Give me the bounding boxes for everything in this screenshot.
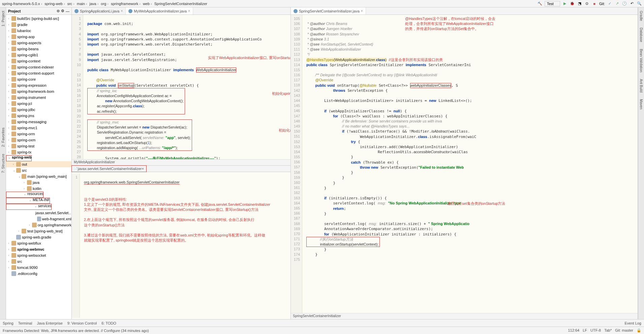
git-branch[interactable]: Git: master xyxy=(615,328,633,333)
tree-node-src[interactable]: ⌄src xyxy=(6,167,71,173)
debug-icon[interactable]: 🐞 xyxy=(570,1,575,6)
strip-ant[interactable]: Ant Build xyxy=(639,79,643,92)
tree-node--editorconfig[interactable]: .editorconfig xyxy=(6,271,71,277)
bc-3[interactable]: main xyxy=(77,2,88,6)
right-code[interactable]: * @author Chris Beams @HandlesTypes这个注解，… xyxy=(302,15,638,313)
run-icon[interactable]: ▶ xyxy=(562,1,568,6)
tree-node-spring-web[interactable]: ⌄spring-web xyxy=(6,155,32,161)
tree-node-spring-oxm[interactable]: ›spring-oxm xyxy=(6,137,71,143)
tree-node-spring-webflux[interactable]: ›spring-webflux xyxy=(6,240,71,246)
tree-node-resources[interactable]: ⌄resources xyxy=(6,192,43,198)
tree-node-kotlin[interactable]: ›kotlin xyxy=(6,186,71,192)
encoding[interactable]: UTF-8 xyxy=(590,328,601,333)
collapse-icon[interactable]: ⊖ xyxy=(57,9,60,13)
tree-node-out[interactable]: ›out xyxy=(6,161,71,167)
lock-icon[interactable]: 🔒 xyxy=(637,328,641,333)
bc-0[interactable]: spring-framework-5.0.x xyxy=(2,2,43,6)
close-icon[interactable]: × xyxy=(121,9,123,13)
tree-node-buildsrc--spring-build-src-[interactable]: ›buildSrc [spring-build-src] xyxy=(6,16,71,22)
tree-node-spring-framework-bom[interactable]: ›spring-framework-bom xyxy=(6,88,71,94)
bc-8[interactable]: SpringServletContainerInitializer xyxy=(154,2,207,6)
event-log[interactable]: Event Log xyxy=(624,321,641,325)
tree-node-spring-orm[interactable]: ›spring-orm xyxy=(6,131,71,137)
tree-node-lubanioc[interactable]: ›lubanIoc xyxy=(6,28,71,34)
tree-node-spring-messaging[interactable]: ›spring-messaging xyxy=(6,119,71,125)
left-crumb[interactable]: MyWebApplicationInitializer xyxy=(72,159,290,165)
tree-node-spring-context-indexer[interactable]: ›spring-context-indexer xyxy=(6,64,71,70)
bc-2[interactable]: src xyxy=(67,2,75,6)
strip-maven[interactable]: Maven xyxy=(639,99,643,109)
tab-metainf[interactable]: 📄 javax.servlet.ServletContainerInitiali… xyxy=(72,166,146,172)
tree-node-spring-aop[interactable]: ›spring-aop xyxy=(6,34,71,40)
build-icon[interactable]: 🔨 xyxy=(537,1,543,6)
tw-javaee[interactable]: Java Enterprise xyxy=(37,321,62,325)
status-msg[interactable]: Frameworks Detected: Web, JPA frameworks… xyxy=(3,329,149,333)
tree-node-spring-context-support[interactable]: ›spring-context-support xyxy=(6,70,71,76)
tree-node-spring-tx[interactable]: ›spring-tx xyxy=(6,149,71,155)
tree-node-spring-websocket[interactable]: ›spring-websocket xyxy=(6,252,71,258)
bottom-editor[interactable]: 1 org.springframework.web.SpringServletC… xyxy=(72,172,290,319)
caret-pos[interactable]: 112:64 xyxy=(568,328,580,333)
tree-node-spring-jcl[interactable]: ›spring-jcl xyxy=(6,101,71,107)
tree-node-spring-mvc1[interactable]: ›spring-mvc1 xyxy=(6,125,71,131)
tab-mywebapp[interactable]: MyWebApplicationInitializer.java× xyxy=(126,7,193,15)
tree-node-spring-beans[interactable]: ›spring-beans xyxy=(6,46,71,52)
stop-icon[interactable]: ■ xyxy=(592,1,597,6)
tree-node-services[interactable]: ⌄services xyxy=(6,204,52,210)
vcs-rollback-icon[interactable]: ↶ xyxy=(629,1,635,6)
tree-node-spring-context[interactable]: ›spring-context xyxy=(6,58,71,64)
strip-gradle[interactable]: Gradle xyxy=(639,11,643,21)
tree-node-src[interactable]: ›src xyxy=(6,258,71,265)
right-crumb[interactable]: SpringServletContainerInitializer xyxy=(291,313,638,319)
bc-6[interactable]: springframework xyxy=(111,2,142,6)
run-config-select[interactable]: Test xyxy=(545,1,560,6)
strip-database[interactable]: Database xyxy=(639,28,643,42)
vcs-commit-icon[interactable]: ↗ xyxy=(614,1,620,6)
indent[interactable]: Tab* xyxy=(604,328,612,333)
left-editor[interactable]: 1234567891012131415161718192021222324252… xyxy=(72,15,290,159)
tree-node-spring-cglib1[interactable]: ›spring-cglib1 xyxy=(6,52,71,58)
strip-favorites[interactable]: 2: Favorites xyxy=(1,128,5,147)
tree-node-spring-expression[interactable]: ›spring-expression xyxy=(6,82,71,88)
tw-terminal[interactable]: Terminal xyxy=(18,321,32,325)
strip-bean[interactable]: Bean Validation xyxy=(639,49,643,72)
line-sep[interactable]: LF xyxy=(583,328,587,333)
tree-node-tomcat-9090[interactable]: ›tomcat.9090 xyxy=(6,265,71,271)
project-tree[interactable]: ›buildSrc [spring-build-src]›gradle›luba… xyxy=(6,15,71,277)
tree-node-main--spring-web-main-[interactable]: ⌄main [spring-web_main] xyxy=(6,173,71,179)
tw-spring[interactable]: Spring xyxy=(3,321,13,325)
tree-node-web-fragment-xml[interactable]: web-fragment.xml xyxy=(6,216,71,222)
tree-node-org-springframework[interactable]: ›org.springframework xyxy=(6,222,71,228)
strip-structure[interactable]: 7: Structure xyxy=(1,154,5,173)
strip-project[interactable]: 1: Project xyxy=(1,11,5,26)
vcs-update-icon[interactable]: ✓ xyxy=(607,1,612,6)
tree-node-meta-inf[interactable]: ⌄META-INF xyxy=(6,198,50,204)
tree-node-spring-instrument[interactable]: ›spring-instrument xyxy=(6,94,71,101)
tree-node-spring-test[interactable]: ›spring-test xyxy=(6,143,71,149)
bc-5[interactable]: org xyxy=(101,2,110,6)
close-icon[interactable]: × xyxy=(188,9,190,13)
hide-icon[interactable]: — xyxy=(66,9,69,13)
tree-node-spring-core[interactable]: ›spring-core xyxy=(6,76,71,82)
tree-node-spring-jdbc[interactable]: ›spring-jdbc xyxy=(6,107,71,113)
right-editor[interactable]: 1051061071081091101111121131141151161171… xyxy=(291,15,638,313)
tree-node-spring-webmvc[interactable]: ›spring-webmvc xyxy=(6,246,71,252)
tree-node-java[interactable]: ›java xyxy=(6,179,71,186)
left-code[interactable]: package com.web.init; import org.springf… xyxy=(83,15,290,159)
tree-node-javax-servlet-servlet-[interactable]: javax.servlet.Servlet… xyxy=(6,210,71,216)
bc-4[interactable]: java xyxy=(90,2,100,6)
close-icon[interactable]: × xyxy=(142,167,144,171)
profile-icon[interactable]: ⊙ xyxy=(584,1,590,6)
tab-springapp[interactable]: SpringApplicationLi.java× xyxy=(72,7,126,15)
tree-node-spring-aspects[interactable]: ›spring-aspects xyxy=(6,40,71,46)
coverage-icon[interactable]: ⬔ xyxy=(577,1,582,6)
bottom-code[interactable]: org.springframework.web.SpringServletCon… xyxy=(80,173,290,318)
tw-todo[interactable]: 6: TODO xyxy=(101,321,116,325)
tab-springservlet[interactable]: SpringServletContainerInitializer.java× xyxy=(291,7,366,15)
close-icon[interactable]: × xyxy=(361,9,363,13)
tw-vcs[interactable]: 9: Version Control xyxy=(67,321,97,325)
bc-1[interactable]: spring-web xyxy=(44,2,66,6)
tree-node-spring-web-gradle[interactable]: spring-web.gradle xyxy=(6,234,71,240)
gear-icon[interactable]: ⚙ xyxy=(61,9,64,13)
bc-7[interactable]: web xyxy=(143,2,153,6)
